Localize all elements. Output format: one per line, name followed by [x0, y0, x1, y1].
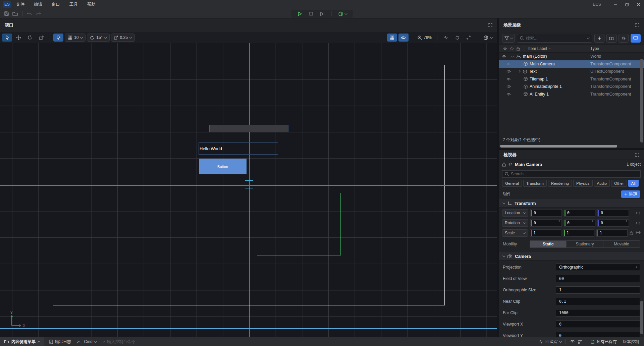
minimize-button[interactable]	[610, 0, 621, 9]
inspector-search-input[interactable]	[511, 172, 638, 176]
rotation-z-field[interactable]: 0°	[597, 219, 629, 227]
visibility-toggle-icon[interactable]	[506, 93, 511, 96]
visibility-toggle-icon[interactable]	[506, 62, 511, 66]
favorite-column-icon[interactable]	[510, 47, 514, 51]
rotate-snap-dropdown[interactable]: 15°	[87, 34, 109, 42]
visibility-toggle-icon[interactable]	[501, 55, 506, 58]
rect-edit-tool-button[interactable]	[36, 34, 46, 42]
scale-y-field[interactable]: 1	[563, 229, 594, 237]
reset-arrows-icon[interactable]	[636, 231, 641, 234]
scale-x-field[interactable]: 1	[530, 229, 561, 237]
fullscreen-button[interactable]	[464, 34, 474, 42]
collapse-icon[interactable]	[511, 55, 514, 57]
hierarchy-row-main-camera[interactable]: Main Camera TransformComponent	[499, 60, 644, 68]
add-entity-button[interactable]	[594, 34, 604, 43]
undo-button[interactable]	[25, 10, 34, 17]
hierarchy-row-tilemap[interactable]: Tilemap 1 TransformComponent	[499, 75, 644, 83]
rotation-x-field[interactable]: 0°	[530, 219, 562, 227]
location-dropdown[interactable]: Location	[502, 209, 528, 217]
cmd-dropdown[interactable]: >_ Cmd	[74, 339, 100, 344]
menu-tools[interactable]: 工具	[65, 0, 83, 9]
expand-panel-icon[interactable]	[635, 153, 639, 157]
stop-button[interactable]	[306, 10, 316, 17]
text-entity[interactable]: Hello World	[199, 142, 278, 155]
field-of-view-field[interactable]: 60	[556, 275, 640, 282]
scale-snap-dropdown[interactable]: 0.25	[111, 34, 135, 42]
scale-z-field[interactable]: 1	[596, 229, 628, 237]
scale-dropdown[interactable]: Scale	[502, 229, 528, 237]
save-status[interactable]: 所有已保存	[587, 339, 620, 345]
reset-view-button[interactable]	[452, 34, 462, 42]
zoom-level-control[interactable]: 79%	[416, 35, 434, 40]
near-clip-field[interactable]: 0.1	[556, 298, 640, 305]
viewport-x-field[interactable]: 0	[556, 321, 640, 328]
maximize-button[interactable]	[621, 0, 633, 9]
snap-toggle-button[interactable]	[53, 34, 63, 42]
reset-arrows-icon[interactable]	[636, 222, 641, 225]
play-button[interactable]	[295, 10, 305, 17]
app-logo[interactable]: ES	[3, 1, 11, 8]
visibility-toggle-icon[interactable]	[506, 77, 511, 81]
tab-rendering[interactable]: Rendering	[548, 180, 572, 187]
version-control-button[interactable]: 版本控制	[620, 339, 642, 345]
add-folder-button[interactable]	[606, 34, 616, 43]
location-x-field[interactable]: 0	[530, 209, 562, 217]
gear-icon[interactable]	[508, 162, 513, 167]
menu-window[interactable]: 窗口	[47, 0, 65, 9]
step-button[interactable]	[318, 10, 328, 17]
tab-audio[interactable]: Audio	[594, 180, 610, 187]
trace-dropdown[interactable]: 回追踪	[536, 339, 565, 345]
far-clip-field[interactable]: 1000	[556, 309, 640, 316]
lock-icon[interactable]	[502, 162, 506, 167]
viewport-y-field[interactable]: 0	[556, 332, 640, 337]
open-project-button[interactable]	[11, 10, 19, 17]
move-tool-button[interactable]	[13, 34, 23, 42]
mobility-movable[interactable]: Movable	[603, 241, 640, 247]
select-tool-button[interactable]	[2, 34, 12, 42]
column-type[interactable]: Type	[590, 46, 644, 51]
tab-transform[interactable]: Transform	[523, 180, 547, 187]
expand-icon[interactable]	[518, 70, 521, 72]
selection-gizmo[interactable]	[245, 180, 253, 188]
projection-select[interactable]: Orthographic ▾	[556, 264, 640, 271]
column-item-label[interactable]: Item Label ▲	[525, 46, 590, 51]
menu-file[interactable]: 文件	[11, 0, 29, 9]
panel-entity[interactable]	[209, 125, 288, 132]
lock-column-icon[interactable]	[517, 47, 520, 51]
hierarchy-settings-button[interactable]	[619, 34, 629, 43]
hierarchy-hscrollbar[interactable]	[499, 144, 644, 148]
unlock-icon[interactable]	[630, 231, 633, 235]
visibility-toggle-icon[interactable]	[506, 85, 511, 88]
expand-panel-icon[interactable]	[635, 23, 639, 27]
rotation-y-field[interactable]: 0°	[564, 219, 595, 227]
stats-button[interactable]	[441, 34, 451, 42]
mobility-stationary[interactable]: Stationary	[567, 241, 603, 247]
output-log-button[interactable]: 输出日志	[46, 339, 74, 345]
rotation-dropdown[interactable]: Rotation	[502, 219, 528, 227]
expand-panel-icon[interactable]	[488, 23, 492, 27]
hierarchy-search-input[interactable]	[526, 36, 585, 41]
console-input[interactable]: > 输入控制台命令	[100, 339, 138, 345]
hierarchy-row-ai-entity[interactable]: AI Entity 1 TransformComponent	[499, 91, 644, 98]
mobility-static[interactable]: Static	[530, 241, 567, 247]
transform-section-header[interactable]: Transform	[499, 199, 644, 208]
grid-snap-dropdown[interactable]: 10	[65, 34, 86, 42]
button-entity[interactable]: Button	[199, 159, 247, 174]
inspector-vscrollbar[interactable]	[640, 301, 643, 334]
branch-button[interactable]	[578, 340, 585, 344]
tab-physics[interactable]: Physics	[573, 180, 593, 187]
content-drawer-button[interactable]: 内容侧滑菜单	[0, 337, 44, 346]
tab-all[interactable]: All	[628, 180, 639, 187]
hierarchy-search[interactable]	[517, 34, 592, 43]
menu-help[interactable]: 帮助	[83, 0, 100, 9]
save-button[interactable]	[2, 10, 11, 17]
network-status-button[interactable]	[567, 340, 578, 344]
location-y-field[interactable]: 0	[564, 209, 595, 217]
filter-dropdown[interactable]	[502, 34, 515, 43]
gizmo-visibility-toggle[interactable]	[398, 34, 409, 42]
camera-section-header[interactable]: Camera	[499, 252, 644, 261]
reset-arrows-icon[interactable]	[636, 212, 641, 215]
network-mode-dropdown[interactable]	[336, 10, 350, 17]
view-mode-dropdown[interactable]	[481, 34, 495, 42]
orthographic-size-field[interactable]: 1	[556, 286, 640, 294]
